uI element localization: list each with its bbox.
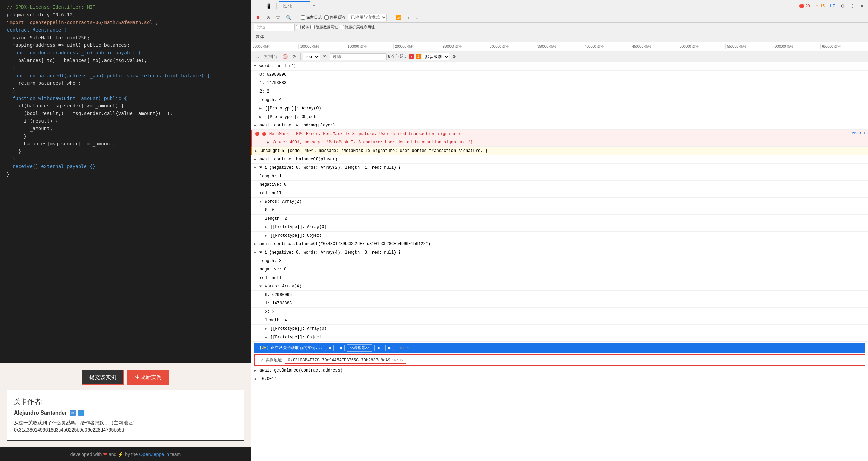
expand-arrow[interactable]: ▼ <box>254 166 258 170</box>
message-text: words: Array(2) <box>265 199 302 204</box>
throttle-select[interactable]: 已停用节流模式 <box>348 14 387 21</box>
console-settings-icon[interactable]: ⚙ <box>450 53 458 60</box>
more-tabs-button[interactable]: » <box>311 2 318 10</box>
message-content: ▼ ▼ i {negative: 0, words: Array(4), len… <box>254 249 865 256</box>
invert-checkbox[interactable] <box>296 25 301 29</box>
expand-arrow[interactable]: ▼ <box>254 64 258 68</box>
more-options-button[interactable]: ⋮ <box>848 2 857 10</box>
search-button[interactable]: 🔍 <box>284 14 293 21</box>
hide-ext-label[interactable]: 隐藏扩展程序网址 <box>340 25 375 30</box>
blue-bar-btn-0[interactable]: ◀ <box>325 345 334 351</box>
message-content: ▶ [[Prototype]]: Object <box>265 233 865 239</box>
blue-bar-btn-3[interactable]: ▶ <box>374 345 383 351</box>
console-message-row: ▶ await contract.balanceOf(player) <box>251 155 868 164</box>
message-content: negative: 0 <box>259 182 865 188</box>
console-message-row: ▶ [[Prototype]]: Object <box>251 232 868 240</box>
expand-arrow[interactable]: ▶ <box>267 141 271 144</box>
console-filter-input[interactable] <box>330 53 387 60</box>
expand-arrow[interactable]: ▶ <box>254 369 258 373</box>
console-close-errors-btn[interactable]: ⊘ <box>290 53 298 60</box>
hide-data-checkbox[interactable] <box>310 25 315 29</box>
preserve-log-checkbox[interactable] <box>301 15 305 20</box>
expand-arrow[interactable]: ▶ <box>254 158 258 161</box>
close-button[interactable]: × <box>859 2 865 10</box>
openzeppelin-link[interactable]: OpenZeppelin <box>139 452 169 457</box>
message-text: await contract.balanceOf("0x43C1739bCDC2… <box>259 242 430 246</box>
message-text: 0: 62980096 <box>265 293 292 297</box>
record-button[interactable]: ⏺ <box>254 14 263 21</box>
expand-arrow[interactable]: ▶ <box>265 234 269 238</box>
filter-input[interactable] <box>254 24 295 31</box>
upload-icon[interactable]: ↑ <box>405 14 412 21</box>
message-text: length: 3 <box>259 259 282 263</box>
message-text: [[Prototype]]: Object <box>270 233 322 238</box>
footer-text: developed with ❤ and ⚡ by the OpenZeppel… <box>70 452 181 457</box>
ruler-markers: 50000 毫秒100000 毫秒150000 毫秒200000 毫秒25000… <box>251 44 868 49</box>
expand-arrow[interactable]: ▼ <box>259 200 264 204</box>
expand-arrow[interactable]: ▶ <box>259 115 264 119</box>
expand-arrow[interactable]: ▼ <box>259 285 264 288</box>
devtools-tab-性能[interactable]: 性能 <box>279 2 310 11</box>
expand-arrow[interactable]: ▶ <box>255 149 259 153</box>
message-content: length: 4 <box>265 317 865 323</box>
disable-cache-checkbox[interactable] <box>324 15 329 20</box>
console-messages[interactable]: ▼ words: null (4)0: 629800961: 147938832… <box>251 62 868 461</box>
expand-arrow[interactable]: 🔴 <box>262 132 268 136</box>
submit-button[interactable]: 提交该实例 <box>82 370 124 385</box>
message-content: ▶ await contract.balanceOf(player) <box>254 156 865 162</box>
download-icon[interactable]: ↓ <box>414 14 420 21</box>
expand-arrow[interactable]: ◀ <box>254 377 258 381</box>
blue-bar-btn-4[interactable]: ▶ <box>385 345 394 351</box>
disable-cache-label[interactable]: 停用缓存 <box>324 15 346 20</box>
context-select[interactable]: top <box>303 53 320 60</box>
expand-arrow[interactable]: ▶ <box>259 107 264 111</box>
generate-button[interactable]: 生成新实例 <box>127 370 169 385</box>
console-clear-btn[interactable]: 🚫 <box>280 53 290 60</box>
info-badge: ℹ 7 <box>828 3 837 9</box>
expand-arrow[interactable]: ▼ <box>254 251 258 255</box>
hide-data-label[interactable]: 隐藏数据网址 <box>310 25 338 30</box>
console-message-row: ▶ [[Prototype]]: Array(0) <box>251 223 868 232</box>
filter-button[interactable]: ▽ <box>274 14 282 21</box>
console-message-row: length: 1 <box>251 172 868 181</box>
expand-arrow[interactable]: ▶ <box>265 327 269 331</box>
message-content: ▶ await getBalance(contract.address) <box>254 367 865 374</box>
device-icon[interactable]: 📱 <box>264 2 274 10</box>
log-level-select[interactable]: 默认级别 <box>422 53 449 60</box>
buttons-row: 提交该实例 生成新实例 <box>7 370 244 385</box>
console-label-btn[interactable]: 控制台 <box>262 53 279 61</box>
message-text: ▼ i {negative: 0, words: Array(2), lengt… <box>259 165 400 170</box>
message-timestamp: 19:45 <box>398 346 409 350</box>
message-source[interactable]: VM29:1 <box>852 131 865 135</box>
email-icon[interactable]: ✉ <box>70 410 76 416</box>
message-content: negative: 0 <box>259 266 865 273</box>
error-badge: 🔴 29 <box>797 3 812 9</box>
blue-bar-btn-1[interactable]: ◀ <box>336 345 345 351</box>
hide-ext-checkbox[interactable] <box>340 25 344 29</box>
preserve-log-label[interactable]: 保留日志 <box>301 15 322 20</box>
addr-timestamp: 19:35 <box>392 358 403 362</box>
message-text: [[Prototype]]: Array(0) <box>265 106 321 111</box>
expand-arrow[interactable]: ▶ <box>254 124 258 127</box>
message-text: words: Array(4) <box>265 284 302 289</box>
code-content: // SPDX-License-Identifier: MITpragma so… <box>7 3 244 178</box>
invert-label[interactable]: 反转 <box>296 25 309 30</box>
ruler-marker: 350000 毫秒 <box>536 44 583 49</box>
wifi-icon[interactable]: 📶 <box>394 14 403 21</box>
bolt-icon: ⚡ <box>118 452 123 457</box>
console-error-badge: 7 <box>409 54 414 59</box>
blue-bar-btn-2[interactable]: <<请稍等>> <box>347 344 373 352</box>
warning-badge: ⚠ 15 <box>813 3 827 9</box>
eye-icon[interactable]: 👁 <box>321 53 329 60</box>
inspect-icon[interactable]: ⬚ <box>254 2 263 10</box>
resource-tab-媒体[interactable]: 媒体 <box>253 33 297 41</box>
expand-arrow[interactable]: ▶ <box>254 242 258 246</box>
expand-arrow[interactable]: ▶ <box>265 336 269 339</box>
globe-icon[interactable]: 🌐 <box>78 410 84 416</box>
expand-arrow[interactable]: ▶ <box>265 225 269 229</box>
message-text: length: 4 <box>259 98 282 102</box>
message-content: ▶ [[Prototype]]: Array(0) <box>265 224 865 230</box>
settings-button[interactable]: ⚙ <box>838 2 847 10</box>
clear-button[interactable]: ⊘ <box>265 14 272 21</box>
message-content: length: 4 <box>259 97 865 103</box>
